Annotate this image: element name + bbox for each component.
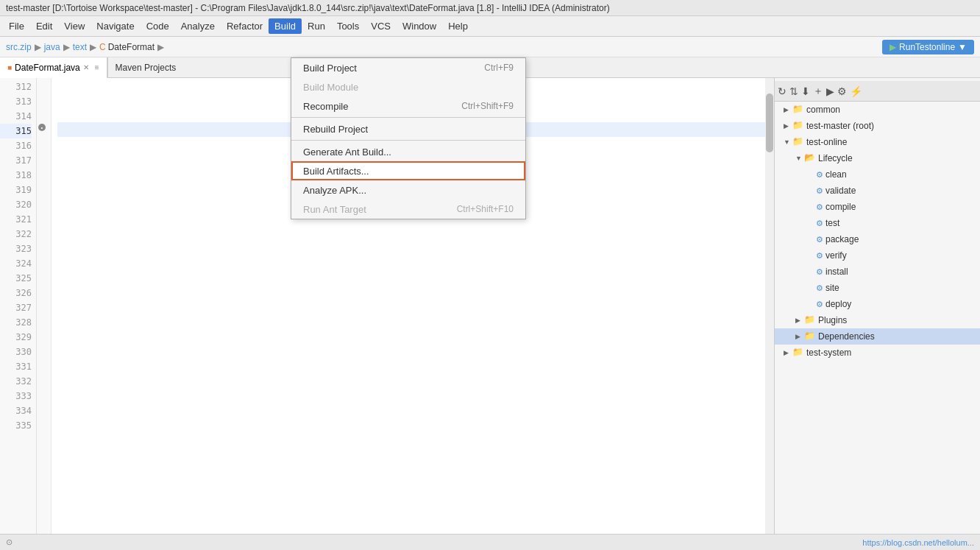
code-line-332	[57, 373, 774, 387]
gear-icon-test: ⚙	[816, 219, 823, 228]
tab-dateformat[interactable]: ■ DateFormat.java ✕ ≡	[0, 57, 107, 78]
arrow-test-master[interactable]: ▶	[784, 122, 792, 130]
menu-run-ant-target[interactable]: Run Ant Target Ctrl+Shift+F10	[291, 200, 525, 219]
menu-run[interactable]: Run	[302, 18, 331, 34]
maven-item-clean[interactable]: ⚙ clean	[775, 166, 980, 183]
menu-build-project[interactable]: Build Project Ctrl+F9	[291, 58, 525, 77]
status-url[interactable]: https://blog.csdn.net/hellolum...	[862, 538, 974, 547]
maven-item-lifecycle[interactable]: ▼ 📂 Lifecycle	[775, 150, 980, 166]
analyze-apk-label: Analyze APK...	[303, 185, 366, 196]
rebuild-label: Rebuild Project	[303, 124, 368, 135]
menu-refactor[interactable]: Refactor	[221, 18, 269, 34]
generate-ant-label: Generate Ant Build...	[303, 147, 391, 158]
menu-rebuild-project[interactable]: Rebuild Project	[291, 119, 525, 138]
run-ant-shortcut: Ctrl+Shift+F10	[457, 204, 514, 214]
menu-build[interactable]: Build	[269, 18, 302, 34]
maven-item-test-online[interactable]: ▼ 📁 test-online	[775, 134, 980, 150]
maven-item-package[interactable]: ⚙ package	[775, 231, 980, 247]
maven-toolbar: ↻ ⇅ ⬇ ＋ ▶ ⚙ ⚡	[775, 81, 980, 102]
maven-label-test-online: test-online	[806, 137, 847, 147]
breadcrumb-bar: src.zip ▶ java ▶ text ▶ C DateFormat ▶ ▶…	[0, 37, 980, 57]
menu-analyze[interactable]: Analyze	[175, 18, 221, 34]
menu-view[interactable]: View	[58, 18, 90, 34]
breadcrumb-dateformat[interactable]: DateFormat	[108, 42, 155, 52]
maven-add-icon[interactable]: ＋	[813, 85, 823, 98]
maven-item-site[interactable]: ⚙ site	[775, 280, 980, 296]
maven-item-dependencies[interactable]: ▶ 📁 Dependencies	[775, 328, 980, 345]
menu-generate-ant-build[interactable]: Generate Ant Build...	[291, 142, 525, 161]
build-dropdown-menu: Build Project Ctrl+F9 Build Module Recom…	[291, 57, 526, 219]
breadcrumb-sep-3: ▶	[90, 42, 96, 52]
maven-reimport-icon[interactable]: ⇅	[789, 85, 798, 97]
breadcrumb-text[interactable]: text	[73, 42, 87, 52]
maven-item-compile[interactable]: ⚙ compile	[775, 199, 980, 215]
vertical-scrollbar[interactable]	[765, 78, 774, 550]
breadcrumb-end-sep: ▶	[157, 42, 164, 52]
menu-tools[interactable]: Tools	[331, 18, 365, 34]
menu-navigate[interactable]: Navigate	[90, 18, 140, 34]
maven-panel-tab[interactable]: Maven Projects	[107, 57, 184, 77]
module-icon-test-online: 📁	[792, 136, 804, 148]
code-line-333	[57, 387, 774, 402]
tab-close-button[interactable]: ✕	[83, 63, 89, 71]
arrow-dependencies[interactable]: ▶	[795, 333, 804, 340]
maven-plugin-icon[interactable]: ⚡	[850, 85, 862, 97]
maven-item-validate[interactable]: ⚙ validate	[775, 183, 980, 199]
arrow-plugins[interactable]: ▶	[795, 317, 804, 324]
breadcrumb-java[interactable]: java	[44, 42, 60, 52]
line-num-318: 318	[0, 168, 32, 183]
maven-run-icon[interactable]: ▶	[826, 85, 834, 97]
arrow-test-system[interactable]: ▶	[784, 349, 792, 356]
status-bar: ⊙ https://blog.csdn.net/hellolum...	[0, 534, 980, 550]
menu-build-artifacts[interactable]: Build Artifacts...	[291, 161, 525, 180]
menu-window[interactable]: Window	[397, 18, 442, 34]
menu-help[interactable]: Help	[442, 18, 474, 34]
maven-label-deploy: deploy	[825, 299, 851, 309]
run-ant-label: Run Ant Target	[303, 204, 366, 215]
gutter-marker: •	[38, 124, 46, 131]
maven-label-dependencies: Dependencies	[818, 331, 875, 342]
arrow-lifecycle[interactable]: ▼	[795, 155, 804, 162]
code-line-329	[57, 328, 774, 343]
tab-scroll-icon[interactable]: ≡	[95, 63, 99, 71]
menu-recompile[interactable]: Recompile Ctrl+Shift+F9	[291, 96, 525, 116]
maven-label-validate: validate	[825, 186, 856, 196]
line-num-332: 332	[0, 374, 32, 389]
breadcrumb-srczip[interactable]: src.zip	[6, 42, 32, 52]
folder-icon-plugins: 📁	[804, 314, 816, 326]
menu-file[interactable]: File	[3, 18, 30, 34]
scrollbar-thumb[interactable]	[766, 94, 773, 152]
run-button[interactable]: ▶ RunTestonline ▼	[882, 40, 974, 54]
arrow-test-online[interactable]: ▼	[784, 138, 792, 146]
folder-icon-dependencies: 📁	[804, 331, 816, 342]
gutter-row	[37, 93, 51, 107]
menu-vcs[interactable]: VCS	[365, 18, 397, 34]
line-num-333: 333	[0, 389, 32, 403]
maven-item-deploy[interactable]: ⚙ deploy	[775, 296, 980, 312]
maven-item-test[interactable]: ⚙ test	[775, 215, 980, 231]
menu-analyze-apk[interactable]: Analyze APK...	[291, 180, 525, 200]
maven-lifecycle-icon[interactable]: ⚙	[837, 85, 847, 97]
build-module-label: Build Module	[303, 82, 358, 93]
maven-label-common: common	[806, 105, 840, 115]
maven-label-test-system: test-system	[806, 348, 851, 358]
maven-item-test-system[interactable]: ▶ 📁 test-system	[775, 345, 980, 361]
maven-item-plugins[interactable]: ▶ 📁 Plugins	[775, 312, 980, 328]
maven-download-icon[interactable]: ⬇	[801, 85, 810, 97]
breadcrumb-class-icon: C	[99, 42, 106, 52]
maven-item-test-master[interactable]: ▶ 📁 test-master (root)	[775, 118, 980, 134]
maven-label-compile: compile	[825, 202, 856, 212]
gear-icon-package: ⚙	[816, 235, 823, 244]
arrow-common[interactable]: ▶	[784, 106, 792, 113]
maven-refresh-icon[interactable]: ↻	[778, 85, 787, 97]
maven-item-install[interactable]: ⚙ install	[775, 264, 980, 280]
menu-edit[interactable]: Edit	[30, 18, 58, 34]
line-num-328: 328	[0, 315, 32, 330]
maven-item-common[interactable]: ▶ 📁 common	[775, 102, 980, 118]
line-num-322: 322	[0, 227, 32, 241]
maven-item-verify[interactable]: ⚙ verify	[775, 247, 980, 264]
menu-code[interactable]: Code	[141, 18, 175, 34]
menu-build-module[interactable]: Build Module	[291, 77, 525, 96]
code-line-335	[57, 417, 774, 431]
gear-icon-verify: ⚙	[816, 251, 823, 261]
